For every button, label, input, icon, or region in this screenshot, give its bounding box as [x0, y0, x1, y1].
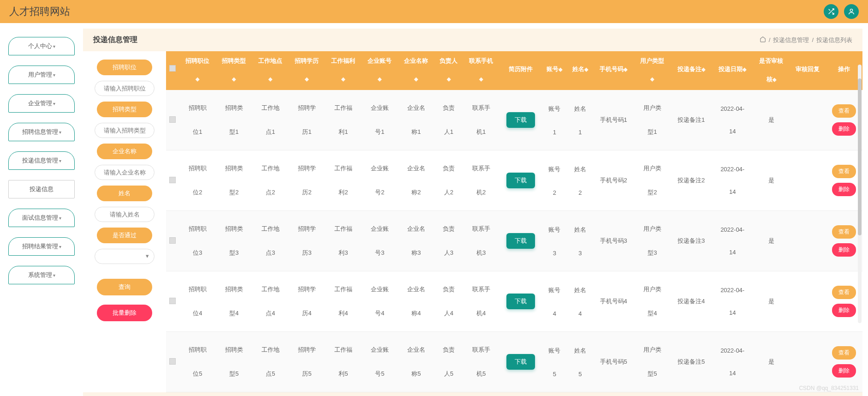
download-button[interactable]: 下载 — [506, 112, 535, 128]
breadcrumb-sep: / — [769, 36, 771, 43]
sort-icon[interactable]: ◆ — [773, 77, 776, 82]
filter-input-type[interactable] — [95, 123, 155, 138]
download-button[interactable]: 下载 — [506, 233, 535, 249]
download-button[interactable]: 下载 — [506, 354, 535, 370]
filter-label-company: 企业名称 — [97, 144, 152, 159]
cell: 招聘类型3 — [216, 211, 252, 271]
delete-button[interactable]: 删除 — [832, 243, 856, 257]
delete-button[interactable]: 删除 — [832, 122, 856, 136]
cell: 企业名称5 — [398, 332, 434, 392]
col-usertype[interactable]: 用户类型 — [636, 57, 669, 65]
sort-icon[interactable]: ◆ — [268, 76, 272, 82]
sidebar-item-6[interactable]: 面试信息管理▾ — [8, 209, 75, 227]
sidebar-item-8[interactable]: 系统管理▾ — [8, 266, 75, 284]
sort-icon[interactable]: ◆ — [305, 76, 309, 82]
sidebar-item-3[interactable]: 招聘信息管理▾ — [8, 123, 75, 141]
filter-select-pass[interactable] — [95, 249, 155, 264]
sort-icon[interactable]: ◆ — [447, 76, 451, 82]
query-button[interactable]: 查询 — [97, 279, 152, 295]
col-account[interactable]: 账号 — [547, 66, 559, 72]
sidebar-item-2[interactable]: 企业管理▾ — [8, 94, 75, 113]
sort-icon[interactable]: ◆ — [479, 76, 483, 82]
col-leader[interactable]: 负责人 — [436, 57, 461, 65]
row-checkbox[interactable] — [169, 358, 176, 365]
sort-icon[interactable]: ◆ — [584, 66, 588, 72]
scrollbar-thumb[interactable] — [858, 78, 862, 235]
delete-button[interactable]: 删除 — [832, 304, 856, 317]
cell: 用户类型1 — [634, 90, 671, 150]
shuffle-icon[interactable] — [824, 4, 838, 19]
sort-icon[interactable]: ◆ — [743, 66, 746, 72]
download-button[interactable]: 下载 — [506, 294, 535, 309]
cell: 招聘职位3 — [179, 211, 216, 271]
download-button[interactable]: 下载 — [506, 173, 535, 188]
cell: 姓名5 — [567, 332, 593, 392]
col-remark[interactable]: 投递备注 — [678, 66, 702, 72]
col-attachment[interactable]: 简历附件 — [509, 66, 533, 72]
sidebar-item-0[interactable]: 个人中心▾ — [8, 37, 75, 55]
filter-input-company[interactable] — [95, 165, 155, 180]
col-mobile[interactable]: 手机号码 — [600, 66, 624, 72]
sort-icon[interactable]: ◆ — [414, 76, 418, 82]
view-button[interactable]: 查看 — [832, 104, 856, 118]
main-header: 投递信息管理 / 投递信息管理 / 投递信息列表 — [83, 29, 862, 51]
col-education[interactable]: 招聘学历 — [291, 57, 323, 65]
sidebar-item-1[interactable]: 用户管理▾ — [8, 66, 75, 84]
col-location[interactable]: 工作地点 — [254, 57, 287, 65]
user-icon[interactable] — [844, 4, 859, 19]
sort-icon[interactable]: ◆ — [624, 66, 627, 72]
col-acct[interactable]: 企业账号 — [363, 57, 396, 65]
col-position[interactable]: 招聘职位 — [181, 57, 214, 65]
view-button[interactable]: 查看 — [832, 165, 856, 178]
cell: 招聘职位4 — [179, 271, 216, 332]
cell: 负责人2 — [434, 150, 463, 211]
col-name[interactable]: 姓名 — [572, 66, 584, 72]
sort-icon[interactable]: ◆ — [232, 76, 236, 82]
view-button[interactable]: 查看 — [832, 225, 856, 239]
row-checkbox[interactable] — [169, 177, 176, 183]
svg-point-0 — [850, 9, 852, 12]
cell — [790, 90, 826, 150]
sidebar-item-4[interactable]: 投递信息管理▾ — [8, 151, 75, 170]
cell: 是 — [753, 90, 790, 150]
breadcrumb: / 投递信息管理 / 投递信息列表 — [760, 36, 852, 44]
sort-icon[interactable]: ◆ — [559, 66, 562, 72]
col-company[interactable]: 企业名称 — [400, 57, 433, 65]
table-wrapper: 招聘职位◆ 招聘类型◆ 工作地点◆ 招聘学历◆ 工作福利◆ 企业账号◆ 企业名称… — [166, 51, 862, 392]
cell: 工作福利4 — [325, 271, 362, 332]
filter-input-position[interactable] — [95, 81, 155, 96]
col-audit[interactable]: 是否审核 — [755, 57, 788, 65]
cell: 是 — [753, 271, 790, 332]
sort-icon[interactable]: ◆ — [650, 76, 654, 82]
col-type[interactable]: 招聘类型 — [218, 57, 250, 65]
sort-icon[interactable]: ◆ — [378, 76, 381, 82]
select-all-checkbox[interactable] — [169, 65, 176, 72]
home-icon[interactable] — [760, 36, 766, 44]
row-checkbox[interactable] — [169, 116, 176, 123]
col-benefit[interactable]: 工作福利 — [327, 57, 360, 65]
col-reply[interactable]: 审核回复 — [796, 66, 820, 72]
filter-input-name[interactable] — [95, 207, 155, 222]
cell: 联系手机5 — [463, 332, 499, 392]
row-checkbox[interactable] — [169, 298, 176, 304]
delete-button[interactable]: 删除 — [832, 183, 856, 196]
view-button[interactable]: 查看 — [832, 286, 856, 299]
filter-label-type: 招聘类型 — [97, 102, 152, 117]
breadcrumb-item[interactable]: 投递信息列表 — [816, 36, 852, 44]
cell: 账号4 — [542, 271, 567, 332]
scrollbar[interactable] — [858, 65, 862, 323]
sort-icon[interactable]: ◆ — [341, 76, 345, 82]
sort-icon[interactable]: ◆ — [196, 76, 199, 82]
col-phone[interactable]: 联系手机 — [465, 57, 498, 65]
view-button[interactable]: 查看 — [832, 346, 856, 360]
col-date[interactable]: 投递日期 — [719, 66, 743, 72]
breadcrumb-item[interactable]: 投递信息管理 — [773, 36, 809, 44]
cell: 2022-04-14 — [712, 211, 753, 271]
sort-icon[interactable]: ◆ — [702, 66, 705, 72]
delete-button[interactable]: 删除 — [832, 364, 856, 378]
row-checkbox[interactable] — [169, 237, 176, 244]
batch-delete-button[interactable]: 批量删除 — [97, 305, 152, 321]
sidebar-item-5[interactable]: 投递信息 — [8, 180, 75, 198]
filter-label-name: 姓名 — [97, 186, 152, 201]
sidebar-item-7[interactable]: 招聘结果管理▾ — [8, 237, 75, 256]
